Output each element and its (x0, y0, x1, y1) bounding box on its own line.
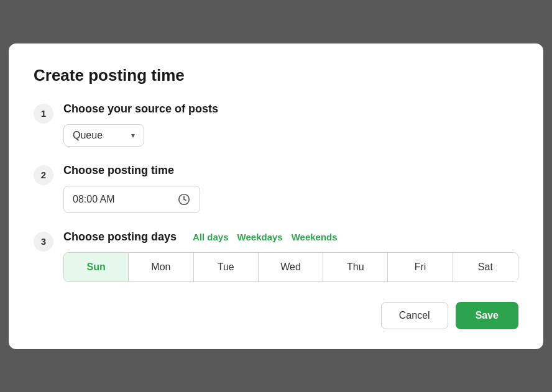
modal-overlay: Create posting time 1 Choose your source… (0, 0, 552, 392)
step-1-label: Choose your source of posts (63, 103, 518, 116)
day-sun[interactable]: Sun (64, 253, 129, 281)
step-3-content: Choose posting days All days Weekdays We… (63, 230, 518, 282)
day-fri[interactable]: Fri (388, 253, 453, 281)
day-mon[interactable]: Mon (129, 253, 193, 281)
time-value: 08:00 AM (73, 194, 115, 205)
all-days-filter[interactable]: All days (190, 232, 231, 242)
weekdays-filter[interactable]: Weekdays (235, 232, 285, 242)
cancel-button[interactable]: Cancel (381, 302, 448, 329)
step-3-label-row: Choose posting days All days Weekdays We… (63, 230, 518, 244)
day-sat[interactable]: Sat (453, 253, 518, 281)
save-button[interactable]: Save (456, 302, 518, 329)
source-select-value: Queue (73, 130, 103, 141)
days-grid: Sun Mon Tue Wed Thu Fri Sat (63, 252, 518, 282)
day-thu[interactable]: Thu (323, 253, 388, 281)
time-input[interactable]: 08:00 AM (63, 186, 200, 213)
step-1-number: 1 (34, 104, 53, 124)
step-1: 1 Choose your source of posts Queue ▾ (34, 103, 518, 147)
step-1-content: Choose your source of posts Queue ▾ (63, 103, 518, 147)
step-2-label: Choose posting time (63, 164, 518, 177)
source-select[interactable]: Queue ▾ (63, 124, 144, 147)
step-2-content: Choose posting time 08:00 AM (63, 164, 518, 213)
step-3: 3 Choose posting days All days Weekdays … (34, 230, 518, 282)
modal-footer: Cancel Save (34, 302, 518, 329)
modal-dialog: Create posting time 1 Choose your source… (9, 43, 543, 349)
step-2-number: 2 (34, 165, 53, 185)
weekends-filter[interactable]: Weekends (289, 232, 340, 242)
day-tue[interactable]: Tue (194, 253, 259, 281)
modal-title: Create posting time (34, 66, 518, 85)
day-wed[interactable]: Wed (259, 253, 323, 281)
step-3-label: Choose posting days (63, 230, 177, 244)
step-3-number: 3 (34, 232, 53, 252)
clock-icon (177, 193, 191, 206)
step-2: 2 Choose posting time 08:00 AM (34, 164, 518, 213)
chevron-down-icon: ▾ (131, 131, 135, 140)
